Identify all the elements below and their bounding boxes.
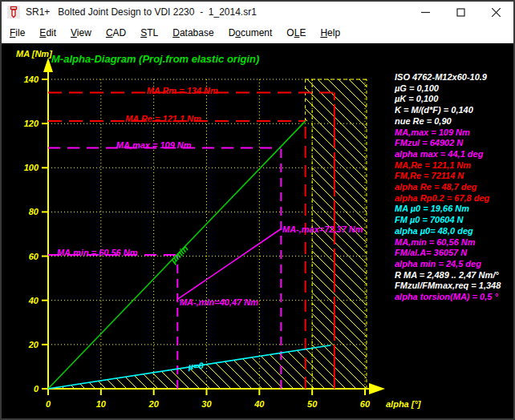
menu-item-database[interactable]: Database (165, 24, 221, 42)
forbidden-region-over-yield-corner (306, 79, 313, 121)
svg-text:100: 100 (24, 163, 39, 172)
app-window: SR1+ Bolted Joint Design to VDI 2230 - 1… (0, 0, 515, 420)
svg-text:MA Re = 121,1 Nm: MA Re = 121,1 Nm (125, 114, 201, 123)
result-line: FMzul/FMmax,req = 1,348 (395, 281, 515, 292)
svg-text:MA,max = 109 Nm: MA,max = 109 Nm (116, 140, 192, 150)
chart-area: M-alpha-Diagram (Proj.from elastic origi… (2, 43, 513, 418)
svg-text:120: 120 (24, 119, 39, 128)
menubar: FileEditViewCADSTLDatabaseDocumentOLEHel… (2, 22, 513, 43)
titlebar[interactable]: SR1+ Bolted Joint Design to VDI 2230 - 1… (2, 2, 513, 22)
svg-text:60: 60 (29, 252, 39, 261)
series-ma-minus-line (177, 228, 281, 299)
svg-text:MA Rm = 134 Nm: MA Rm = 134 Nm (147, 86, 218, 95)
result-line: MA,max = 109 Nm (395, 127, 515, 139)
result-line: ISO 4762-M12x60-10.9 (395, 72, 515, 83)
result-line: MA µ0 = 19,66 Nm (395, 204, 515, 215)
svg-text:0: 0 (46, 399, 51, 409)
menu-item-help[interactable]: Help (313, 24, 347, 42)
result-line: FM,Re = 72114 N (395, 171, 515, 182)
close-button[interactable] (478, 2, 513, 22)
menu-item-ole[interactable]: OLE (279, 24, 313, 42)
menu-item-view[interactable]: View (63, 24, 99, 42)
result-line: MA,Re = 121,1 Nm (395, 160, 515, 172)
result-line: alpha Rp0.2 = 67,8 deg (395, 193, 515, 204)
result-line: nue Re = 0,90 (395, 116, 515, 127)
window-title: SR1+ Bolted Joint Design to VDI 2230 - 1… (26, 6, 257, 18)
svg-text:MA-,min=40,47 Nm: MA-,min=40,47 Nm (180, 297, 258, 307)
result-line: alpha min = 24,5 deg (395, 259, 515, 270)
minimize-button[interactable] (408, 2, 443, 22)
result-line: µK = 0,100 (395, 94, 515, 105)
result-line: µG = 0,100 (395, 83, 515, 95)
maximize-button[interactable] (443, 2, 478, 22)
svg-text:40: 40 (28, 296, 39, 305)
window-controls (408, 2, 513, 22)
svg-text:40: 40 (253, 399, 265, 409)
result-line: alpha Re = 48,7 deg (395, 182, 515, 193)
svg-text:80: 80 (29, 207, 39, 216)
svg-text:10: 10 (96, 399, 107, 409)
result-line: alpha torsion(MA) = 0,5 ° (395, 292, 515, 303)
svg-text:60: 60 (360, 399, 371, 409)
menu-item-stl[interactable]: STL (133, 24, 165, 42)
minimize-icon (421, 8, 430, 17)
result-line: alpha max = 44,1 deg (395, 149, 515, 160)
menu-item-file[interactable]: File (2, 24, 32, 42)
result-line: R MA = 2,489 .. 2,47 Nm/° (395, 270, 515, 281)
result-line: FM µ0 = 70604 N (395, 215, 515, 226)
svg-text:30: 30 (201, 399, 212, 409)
svg-text:MA,min = 60,56 Nm: MA,min = 60,56 Nm (57, 248, 138, 257)
menu-item-document[interactable]: Document (221, 24, 280, 42)
result-line: K = M/(d*F) = 0,140 (395, 105, 515, 116)
maximize-icon (456, 8, 465, 17)
svg-text:140: 140 (24, 75, 39, 84)
menu-item-edit[interactable]: Edit (32, 24, 63, 42)
close-icon (492, 8, 501, 17)
svg-text:µ=0: µ=0 (188, 361, 205, 371)
menu-item-cad[interactable]: CAD (99, 24, 133, 42)
svg-text:20: 20 (28, 340, 39, 349)
svg-text:MA-,max=72,37 Nm: MA-,max=72,37 Nm (282, 224, 363, 234)
svg-text:50: 50 (307, 399, 318, 409)
svg-text:20: 20 (148, 399, 160, 409)
svg-text:0: 0 (34, 384, 39, 394)
result-line: FMzul = 64902 N (395, 138, 515, 149)
result-line: alpha µ0= 48,0 deg (395, 226, 515, 237)
results-panel: ISO 4762-M12x60-10.9µG = 0,100µK = 0,100… (395, 72, 515, 303)
result-line: FM/al.A= 36057 N (395, 248, 515, 259)
result-line: MA,min = 60,56 Nm (395, 237, 515, 248)
app-icon (7, 6, 20, 18)
svg-text:µmin: µmin (168, 243, 190, 265)
